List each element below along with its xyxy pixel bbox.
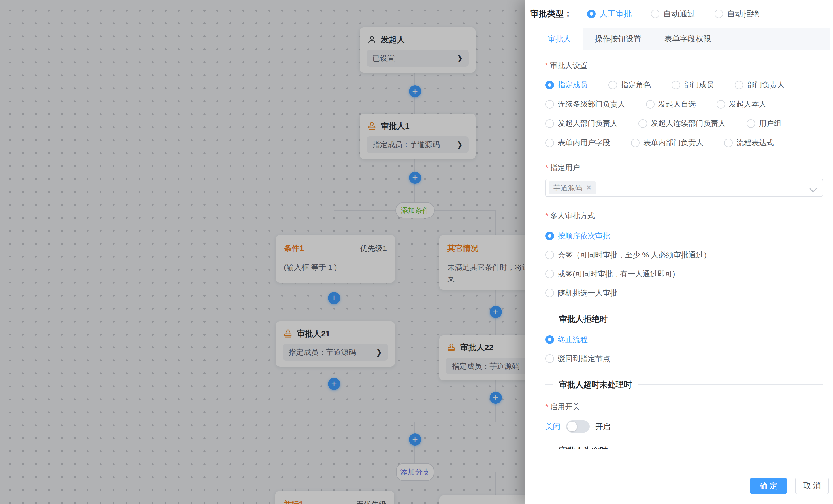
radio-label: 发起人部门负责人 xyxy=(558,118,618,128)
radio-label: 随机挑选一人审批 xyxy=(558,288,618,298)
reject-section-divider: 审批人拒绝时 xyxy=(545,313,823,325)
radio-circle-icon xyxy=(735,81,743,89)
radio-部门成员[interactable]: 部门成员 xyxy=(672,80,714,90)
approval-settings-drawer: 审批类型： 人工审批自动通过自动拒绝 审批人操作按钮设置表单字段权限 审批人设置… xyxy=(525,0,833,504)
radio-circle-icon xyxy=(545,354,554,363)
radio-circle-icon xyxy=(631,138,640,147)
enable-switch-label: 启用开关 xyxy=(545,402,823,412)
radio-用户组[interactable]: 用户组 xyxy=(746,118,781,128)
drawer-footer: 确 定 取 消 xyxy=(525,467,833,504)
chevron-down-icon xyxy=(809,185,816,192)
radio-或签(可同时审批，有一人通过即可)[interactable]: 或签(可同时审批，有一人通过即可) xyxy=(545,269,823,279)
approve-type-label: 审批类型： xyxy=(530,8,572,20)
radio-circle-icon xyxy=(545,138,554,147)
approver-setting-radio-rows: 指定成员指定角色部门成员部门负责人连续多级部门负责人发起人自选发起人本人发起人部… xyxy=(545,80,823,148)
flow-canvas[interactable]: 发起人 已设置 审批人1 指定成员：芋道源码 添加条件 xyxy=(0,0,525,504)
confirm-button[interactable]: 确 定 xyxy=(750,478,787,494)
required-asterisk xyxy=(545,211,548,220)
radio-按顺序依次审批[interactable]: 按顺序依次审批 xyxy=(545,231,823,241)
approver-setting-label: 审批人设置 xyxy=(545,60,823,71)
user-tag-label: 芋道源码 xyxy=(553,183,582,193)
radio-流程表达式[interactable]: 流程表达式 xyxy=(724,138,774,148)
radio-label: 表单内部门负责人 xyxy=(643,138,703,148)
required-asterisk xyxy=(545,163,548,172)
radio-circle-icon xyxy=(545,270,554,278)
radio-circle-icon xyxy=(746,119,755,128)
radio-circle-icon xyxy=(545,231,554,240)
radio-发起人本人[interactable]: 发起人本人 xyxy=(717,99,766,109)
radio-自动拒绝[interactable]: 自动拒绝 xyxy=(715,8,759,19)
radio-label: 部门成员 xyxy=(684,80,714,90)
timeout-section-divider: 审批人超时未处理时 xyxy=(545,379,823,390)
radio-circle-icon xyxy=(651,9,660,18)
radio-发起人自选[interactable]: 发起人自选 xyxy=(646,99,696,109)
radio-指定角色[interactable]: 指定角色 xyxy=(609,80,651,90)
radio-表单内部门负责人[interactable]: 表单内部门负责人 xyxy=(631,138,703,148)
radio-label: 发起人自选 xyxy=(658,99,696,109)
radio-label: 按顺序依次审批 xyxy=(558,231,610,241)
radio-label: 表单内用户字段 xyxy=(558,138,610,148)
settings-tabs: 审批人操作按钮设置表单字段权限 xyxy=(536,28,830,50)
radio-label: 发起人连续部门负责人 xyxy=(651,118,726,128)
radio-会签（可同时审批，至少 % 人必须审批通过）[interactable]: 会签（可同时审批，至少 % 人必须审批通过） xyxy=(545,250,823,260)
tab-操作按钮设置[interactable]: 操作按钮设置 xyxy=(583,28,653,50)
radio-发起人连续部门负责人[interactable]: 发起人连续部门负责人 xyxy=(638,118,726,128)
radio-label: 驳回到指定节点 xyxy=(558,354,610,364)
tab-审批人[interactable]: 审批人 xyxy=(536,28,583,50)
radio-row: 发起人部门负责人发起人连续部门负责人用户组 xyxy=(545,118,823,128)
radio-circle-icon xyxy=(545,119,554,128)
settings-panel-body[interactable]: 审批人设置 指定成员指定角色部门成员部门负责人连续多级部门负责人发起人自选发起人… xyxy=(525,50,833,449)
required-asterisk xyxy=(545,61,548,70)
enable-switch-row: 关闭 开启 xyxy=(545,421,823,433)
cancel-button[interactable]: 取 消 xyxy=(795,478,829,494)
approve-type-radio-group: 人工审批自动通过自动拒绝 xyxy=(587,8,759,19)
clipped-section-divider: 审批人为空时 xyxy=(545,445,823,449)
radio-部门负责人[interactable]: 部门负责人 xyxy=(735,80,785,90)
radio-驳回到指定节点[interactable]: 驳回到指定节点 xyxy=(545,353,823,364)
radio-label: 发起人本人 xyxy=(729,99,766,109)
drawer-header: 审批类型： 人工审批自动通过自动拒绝 xyxy=(525,0,833,28)
timeout-section-title: 审批人超时未处理时 xyxy=(559,379,632,390)
radio-随机挑选一人审批[interactable]: 随机挑选一人审批 xyxy=(545,288,823,298)
multi-approve-label: 多人审批方式 xyxy=(545,211,823,221)
switch-on-label: 开启 xyxy=(595,422,611,432)
radio-circle-icon xyxy=(545,251,554,259)
radio-circle-icon xyxy=(672,81,680,89)
multi-approve-radio-group: 按顺序依次审批会签（可同时审批，至少 % 人必须审批通过）或签(可同时审批，有一… xyxy=(545,231,823,298)
radio-label: 流程表达式 xyxy=(736,138,774,148)
radio-label: 终止流程 xyxy=(558,335,588,345)
switch-off-label: 关闭 xyxy=(545,422,560,432)
close-icon[interactable] xyxy=(586,184,592,192)
radio-label: 部门负责人 xyxy=(747,80,785,90)
workflow-designer: 发起人 已设置 审批人1 指定成员：芋道源码 添加条件 xyxy=(0,0,833,504)
radio-终止流程[interactable]: 终止流程 xyxy=(545,334,823,345)
radio-表单内用户字段[interactable]: 表单内用户字段 xyxy=(545,138,610,148)
radio-人工审批[interactable]: 人工审批 xyxy=(587,8,632,19)
radio-circle-icon xyxy=(545,335,554,344)
reject-section-title: 审批人拒绝时 xyxy=(559,313,608,325)
required-asterisk xyxy=(545,402,548,411)
radio-label: 或签(可同时审批，有一人通过即可) xyxy=(558,269,675,279)
radio-label: 自动拒绝 xyxy=(727,8,759,19)
radio-label: 自动通过 xyxy=(663,8,695,19)
radio-circle-icon xyxy=(587,9,596,18)
timeout-switch[interactable] xyxy=(566,421,590,433)
radio-row: 指定成员指定角色部门成员部门负责人 xyxy=(545,80,823,90)
radio-label: 连续多级部门负责人 xyxy=(558,99,625,109)
radio-连续多级部门负责人[interactable]: 连续多级部门负责人 xyxy=(545,99,625,109)
modal-overlay[interactable] xyxy=(0,0,525,504)
radio-发起人部门负责人[interactable]: 发起人部门负责人 xyxy=(545,118,618,128)
radio-circle-icon xyxy=(717,100,725,108)
clipped-section-title: 审批人为空时 xyxy=(559,445,608,449)
assign-user-select[interactable]: 芋道源码 xyxy=(545,179,823,197)
tab-表单字段权限[interactable]: 表单字段权限 xyxy=(653,28,722,50)
radio-指定成员[interactable]: 指定成员 xyxy=(545,80,588,90)
reject-radio-group: 终止流程驳回到指定节点 xyxy=(545,334,823,364)
radio-circle-icon xyxy=(715,9,723,18)
tab-label: 表单字段权限 xyxy=(664,34,711,44)
radio-row: 表单内用户字段表单内部门负责人流程表达式 xyxy=(545,138,823,148)
tab-label: 审批人 xyxy=(548,34,571,44)
radio-自动通过[interactable]: 自动通过 xyxy=(651,8,695,19)
radio-circle-icon xyxy=(545,100,554,108)
radio-label: 指定角色 xyxy=(621,80,651,90)
